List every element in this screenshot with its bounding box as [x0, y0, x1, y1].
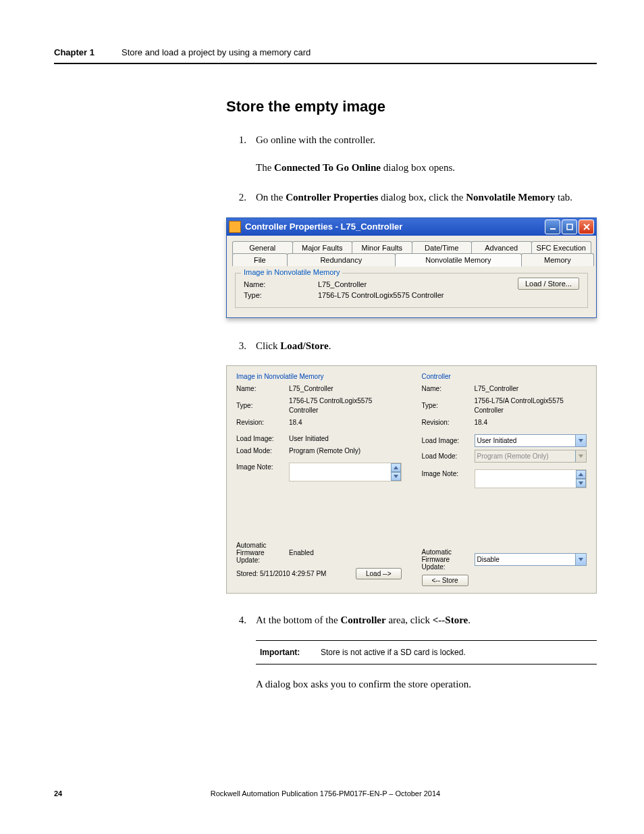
note-scroll[interactable] — [391, 463, 401, 481]
controller-column: Controller Name:L75_Controller Type:1756… — [422, 373, 587, 586]
svg-rect-0 — [550, 228, 556, 230]
titlebar[interactable]: Controller Properties - L75_Controller — [227, 218, 596, 236]
name-label: Name: — [422, 384, 475, 394]
tab-major-faults[interactable]: Major Faults — [292, 241, 353, 254]
app-icon — [229, 221, 241, 233]
text: tab. — [555, 192, 572, 203]
chapter-label: Chapter 1 — [54, 47, 95, 57]
text: . — [468, 615, 471, 625]
close-button[interactable] — [579, 219, 594, 234]
type-label: Type: — [422, 401, 475, 411]
step-number: 1. — [226, 132, 256, 148]
load-button[interactable]: Load --> — [356, 568, 402, 579]
titlebar-text: Controller Properties - L75_Controller — [245, 221, 545, 232]
name-label: Name: — [244, 280, 318, 288]
chevron-down-icon — [575, 435, 586, 446]
image-note-input[interactable] — [475, 469, 587, 488]
chapter-title: Store and load a project by using a memo… — [122, 47, 311, 57]
tab-sfc-execution[interactable]: SFC Execution — [531, 241, 592, 254]
step-number: 4. — [226, 613, 256, 628]
closing-paragraph: A dialog box asks you to confirm the sto… — [256, 677, 597, 692]
step-text: Go online with the controller. — [256, 132, 597, 148]
revision-value: 18.4 — [289, 418, 402, 427]
text: Click — [256, 340, 280, 351]
text: dialog box, click the — [378, 192, 466, 203]
select-value: Program (Remote Only) — [477, 452, 549, 461]
load-mode-label: Load Mode: — [422, 452, 475, 461]
step-number: 3. — [226, 338, 256, 354]
page-header: Chapter 1 Store and load a project by us… — [54, 47, 597, 64]
revision-value: 18.4 — [475, 418, 587, 427]
tab-row-2: File Redundancy Nonvolatile Memory Memor… — [232, 253, 591, 266]
revision-label: Revision: — [236, 418, 289, 427]
load-image-value: User Initiated — [289, 434, 402, 444]
load-mode-label: Load Mode: — [236, 446, 289, 456]
bold-text: Connected To Go Online — [274, 162, 381, 173]
page-number: 24 — [54, 789, 62, 798]
minimize-button[interactable] — [545, 219, 560, 234]
image-in-nvm-group: Image in Nonvolatile Memory Load / Store… — [235, 273, 588, 308]
step-1-sub: The Connected To Go Online dialog box op… — [256, 160, 597, 176]
type-label: Type: — [244, 291, 318, 299]
scroll-down-icon[interactable] — [391, 472, 401, 481]
type-value: 1756-L75 ControlLogix5575 Controller — [318, 291, 579, 299]
text: The — [256, 162, 274, 173]
section-heading: Store the empty image — [226, 98, 597, 115]
tabs-area: General Major Faults Minor Faults Date/T… — [227, 236, 596, 317]
scroll-up-icon[interactable] — [576, 470, 586, 479]
text: . — [329, 340, 331, 351]
bold-text: Load/Store — [280, 340, 328, 351]
step-number: 2. — [226, 190, 256, 205]
type-value: 1756-L75/A ControlLogix5575 Controller — [475, 396, 587, 415]
auto-fw-select[interactable]: Disable — [475, 553, 587, 566]
select-value: Disable — [477, 555, 500, 565]
auto-fw-label: AutomaticFirmware Update: — [236, 542, 289, 564]
text: On the — [256, 192, 286, 203]
step-4: 4. At the bottom of the Controller area,… — [226, 613, 597, 628]
bold-text: Controller — [340, 615, 385, 625]
load-image-label: Load Image: — [422, 436, 475, 446]
tab-row-1: General Major Faults Minor Faults Date/T… — [232, 241, 591, 254]
tab-redundancy[interactable]: Redundancy — [287, 253, 396, 266]
step-text: At the bottom of the Controller area, cl… — [256, 613, 597, 628]
load-image-select[interactable]: User Initiated — [475, 434, 587, 447]
load-store-dialog: Image in Nonvolatile Memory Name:L75_Con… — [226, 365, 597, 594]
text: area, click — [386, 615, 433, 625]
tab-general[interactable]: General — [232, 241, 293, 254]
step-2: 2. On the Controller Properties dialog b… — [226, 190, 597, 205]
load-store-button[interactable]: Load / Store... — [518, 278, 579, 290]
name-value: L75_Controller — [475, 384, 587, 394]
column-title: Image in Nonvolatile Memory — [236, 373, 402, 380]
important-box: Important: Store is not active if a SD c… — [256, 640, 597, 664]
tab-minor-faults[interactable]: Minor Faults — [352, 241, 412, 254]
revision-label: Revision: — [422, 418, 475, 427]
type-label: Type: — [236, 401, 289, 411]
scroll-down-icon[interactable] — [576, 479, 586, 488]
important-text: Store is not active if a SD card is lock… — [321, 648, 593, 657]
chevron-down-icon — [575, 450, 586, 462]
chevron-down-icon — [575, 554, 586, 565]
tab-file[interactable]: File — [232, 253, 288, 266]
load-mode-select: Program (Remote Only) — [475, 450, 587, 463]
tab-nonvolatile-memory[interactable]: Nonvolatile Memory — [395, 253, 522, 267]
name-value: L75_Controller — [289, 384, 402, 394]
type-value: 1756-L75 ControlLogix5575 Controller — [289, 396, 402, 415]
publication-info: Rockwell Automation Publication 1756-PM0… — [54, 789, 597, 798]
note-scroll[interactable] — [576, 470, 586, 488]
important-label: Important: — [260, 648, 321, 657]
stored-info: Stored: 5/11/2010 4:29:57 PM — [236, 570, 326, 577]
select-value: User Initiated — [477, 436, 517, 446]
tab-advanced[interactable]: Advanced — [471, 241, 532, 254]
column-title: Controller — [422, 373, 587, 380]
scroll-up-icon[interactable] — [391, 463, 401, 472]
maximize-button[interactable] — [562, 219, 577, 234]
step-1: 1. Go online with the controller. — [226, 132, 597, 148]
tab-memory[interactable]: Memory — [521, 253, 594, 266]
auto-fw-label: AutomaticFirmware Update: — [422, 548, 475, 571]
tab-date-time[interactable]: Date/Time — [412, 241, 473, 254]
step-text: Click Load/Store. — [256, 338, 597, 354]
store-button[interactable]: <-- Store — [422, 575, 468, 586]
auto-fw-value: Enabled — [289, 548, 402, 558]
bold-text: <--Store — [433, 615, 468, 625]
load-image-label: Load Image: — [236, 434, 289, 444]
